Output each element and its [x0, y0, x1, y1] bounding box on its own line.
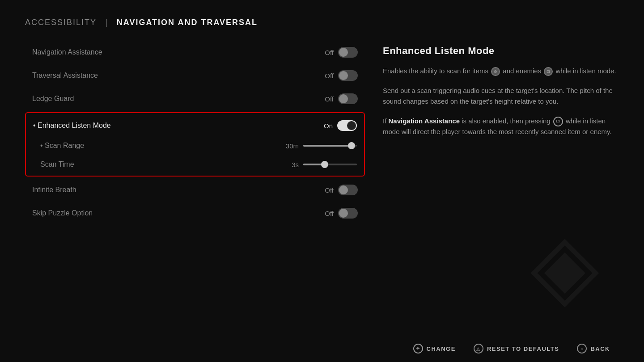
scan-range-slider-knob	[348, 142, 355, 149]
infinite-breath-label: Infinite Breath	[32, 186, 76, 194]
navigation-assistance-knob	[339, 48, 348, 57]
traversal-assistance-value: Off	[325, 72, 334, 80]
setting-row-scan-time[interactable]: Scan Time 3s	[26, 155, 364, 174]
navigation-assistance-toggle[interactable]	[338, 47, 358, 58]
header: ACCESSIBILITY | NAVIGATION AND TRAVERSAL	[0, 0, 644, 41]
main-layout: Navigation Assistance Off Traversal Assi…	[0, 41, 644, 225]
ledge-guard-right: Off	[325, 93, 358, 104]
ledge-guard-knob	[339, 94, 348, 103]
scan-range-label: • Scan Range	[33, 142, 84, 150]
scan-range-slider-track[interactable]	[303, 145, 357, 147]
item-scan-icon: ⊙	[491, 67, 500, 76]
navigation-assistance-value: Off	[325, 49, 334, 56]
setting-row-skip-puzzle-option[interactable]: Skip Puzzle Option Off	[25, 202, 365, 225]
scan-range-bullet: •	[40, 142, 45, 149]
enhanced-listen-mode-toggle[interactable]	[337, 120, 357, 131]
right-panel: Enhanced Listen Mode Enables the ability…	[383, 41, 619, 225]
scan-time-right: 3s	[292, 161, 357, 168]
detail-title: Enhanced Listen Mode	[383, 45, 619, 57]
scan-range-slider-container	[303, 145, 357, 147]
ledge-guard-toggle[interactable]	[338, 93, 358, 104]
change-label: CHANGE	[427, 345, 456, 352]
ledge-guard-value: Off	[325, 95, 334, 103]
reset-to-defaults-button[interactable]: △ RESET TO DEFAULTS	[465, 344, 568, 354]
infinite-breath-right: Off	[325, 185, 358, 195]
setting-row-ledge-guard[interactable]: Ledge Guard Off	[25, 87, 365, 110]
scan-time-slider-track[interactable]	[303, 164, 357, 165]
change-button[interactable]: ✦ CHANGE	[404, 344, 465, 354]
setting-row-enhanced-listen-mode[interactable]: • Enhanced Listen Mode On	[26, 115, 364, 136]
infinite-breath-toggle[interactable]	[338, 185, 358, 195]
setting-row-infinite-breath[interactable]: Infinite Breath Off	[25, 178, 365, 202]
header-accessibility: ACCESSIBILITY	[25, 18, 97, 27]
infinite-breath-value: Off	[325, 186, 334, 194]
left-panel: Navigation Assistance Off Traversal Assi…	[25, 41, 365, 225]
traversal-assistance-toggle[interactable]	[338, 70, 358, 81]
scan-range-right: 30m	[286, 142, 357, 150]
scan-time-slider-container	[303, 164, 357, 165]
setting-row-navigation-assistance[interactable]: Navigation Assistance Off	[25, 41, 365, 64]
footer: ✦ CHANGE △ RESET TO DEFAULTS ○ BACK	[0, 335, 644, 362]
enhanced-listen-mode-bullet: •	[33, 122, 38, 129]
back-button[interactable]: ○ BACK	[568, 344, 619, 354]
infinite-breath-knob	[339, 185, 348, 194]
scan-time-value: 3s	[292, 161, 299, 168]
skip-puzzle-option-toggle[interactable]	[338, 208, 358, 219]
skip-puzzle-option-knob	[339, 209, 348, 218]
back-label: BACK	[590, 345, 610, 352]
enemy-scan-icon: ⊡	[544, 67, 553, 76]
l3-button-icon: L3	[553, 117, 563, 126]
enhanced-listen-mode-value: On	[324, 122, 333, 130]
scan-time-slider-knob	[321, 161, 328, 168]
detail-paragraph-1: Enables the ability to scan for items ⊙ …	[383, 66, 619, 76]
skip-puzzle-option-label: Skip Puzzle Option	[32, 209, 93, 217]
detail-paragraph-2: Send out a scan triggering audio cues at…	[383, 85, 619, 107]
watermark: ◈	[530, 213, 599, 317]
selected-group: • Enhanced Listen Mode On • Scan Range 3…	[25, 112, 365, 177]
reset-label: RESET TO DEFAULTS	[487, 345, 559, 352]
setting-row-traversal-assistance[interactable]: Traversal Assistance Off	[25, 64, 365, 87]
traversal-assistance-label: Traversal Assistance	[32, 72, 98, 80]
navigation-assistance-highlight: Navigation Assistance	[389, 117, 460, 125]
header-divider: |	[106, 18, 108, 27]
header-section: NAVIGATION AND TRAVERSAL	[117, 18, 258, 27]
enhanced-listen-mode-knob	[347, 121, 356, 130]
navigation-assistance-label: Navigation Assistance	[32, 48, 102, 56]
detail-paragraph-3: If Navigation Assistance is also enabled…	[383, 116, 619, 137]
traversal-assistance-knob	[339, 71, 348, 80]
reset-icon: △	[474, 344, 483, 354]
ledge-guard-label: Ledge Guard	[32, 95, 74, 103]
skip-puzzle-option-right: Off	[325, 208, 358, 219]
setting-row-scan-range[interactable]: • Scan Range 30m	[26, 136, 364, 155]
back-icon: ○	[577, 344, 587, 354]
scan-range-value: 30m	[286, 142, 299, 150]
scan-time-label: Scan Time	[33, 160, 74, 168]
enhanced-listen-mode-label: • Enhanced Listen Mode	[33, 122, 111, 130]
skip-puzzle-option-value: Off	[325, 210, 334, 217]
navigation-assistance-right: Off	[325, 47, 358, 58]
scan-range-slider-fill	[303, 145, 352, 147]
enhanced-listen-mode-right: On	[324, 120, 357, 131]
change-icon: ✦	[413, 344, 423, 354]
traversal-assistance-right: Off	[325, 70, 358, 81]
